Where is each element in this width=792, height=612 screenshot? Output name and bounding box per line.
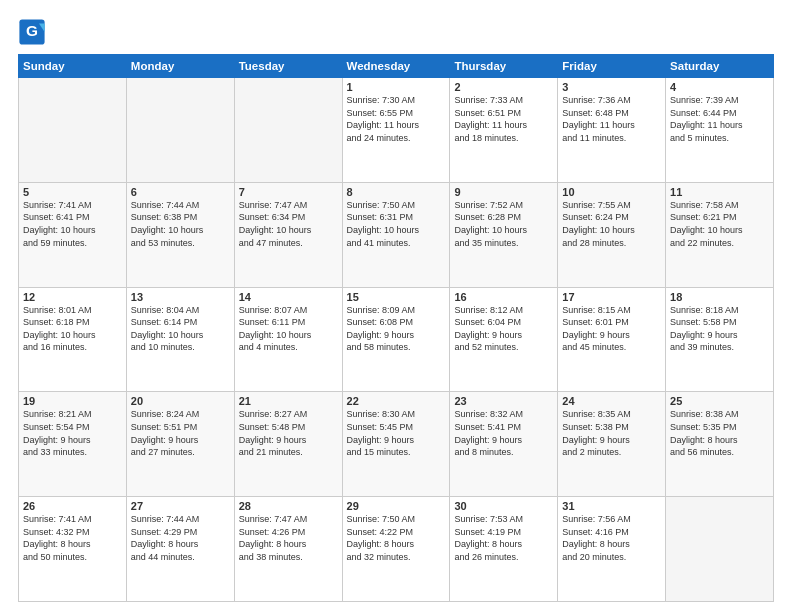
calendar-cell: 1Sunrise: 7:30 AM Sunset: 6:55 PM Daylig… [342,78,450,183]
day-number: 24 [562,395,661,407]
cell-details: Sunrise: 8:38 AM Sunset: 5:35 PM Dayligh… [670,408,769,458]
calendar-cell: 2Sunrise: 7:33 AM Sunset: 6:51 PM Daylig… [450,78,558,183]
cell-details: Sunrise: 8:07 AM Sunset: 6:11 PM Dayligh… [239,304,338,354]
calendar-cell: 17Sunrise: 8:15 AM Sunset: 6:01 PM Dayli… [558,287,666,392]
cell-details: Sunrise: 8:27 AM Sunset: 5:48 PM Dayligh… [239,408,338,458]
week-row-3: 19Sunrise: 8:21 AM Sunset: 5:54 PM Dayli… [19,392,774,497]
calendar-cell: 3Sunrise: 7:36 AM Sunset: 6:48 PM Daylig… [558,78,666,183]
cell-details: Sunrise: 7:41 AM Sunset: 4:32 PM Dayligh… [23,513,122,563]
calendar-cell: 9Sunrise: 7:52 AM Sunset: 6:28 PM Daylig… [450,182,558,287]
day-number: 19 [23,395,122,407]
week-row-0: 1Sunrise: 7:30 AM Sunset: 6:55 PM Daylig… [19,78,774,183]
calendar-cell [666,497,774,602]
col-header-sunday: Sunday [19,55,127,78]
cell-details: Sunrise: 8:32 AM Sunset: 5:41 PM Dayligh… [454,408,553,458]
cell-details: Sunrise: 7:30 AM Sunset: 6:55 PM Dayligh… [347,94,446,144]
day-number: 9 [454,186,553,198]
logo: G [18,18,50,46]
cell-details: Sunrise: 7:47 AM Sunset: 4:26 PM Dayligh… [239,513,338,563]
cell-details: Sunrise: 8:12 AM Sunset: 6:04 PM Dayligh… [454,304,553,354]
calendar-cell: 7Sunrise: 7:47 AM Sunset: 6:34 PM Daylig… [234,182,342,287]
cell-details: Sunrise: 7:44 AM Sunset: 4:29 PM Dayligh… [131,513,230,563]
col-header-wednesday: Wednesday [342,55,450,78]
calendar-cell: 31Sunrise: 7:56 AM Sunset: 4:16 PM Dayli… [558,497,666,602]
calendar-cell: 26Sunrise: 7:41 AM Sunset: 4:32 PM Dayli… [19,497,127,602]
cell-details: Sunrise: 7:39 AM Sunset: 6:44 PM Dayligh… [670,94,769,144]
calendar-cell: 25Sunrise: 8:38 AM Sunset: 5:35 PM Dayli… [666,392,774,497]
cell-details: Sunrise: 7:52 AM Sunset: 6:28 PM Dayligh… [454,199,553,249]
day-number: 26 [23,500,122,512]
day-number: 29 [347,500,446,512]
cell-details: Sunrise: 7:55 AM Sunset: 6:24 PM Dayligh… [562,199,661,249]
cell-details: Sunrise: 7:50 AM Sunset: 4:22 PM Dayligh… [347,513,446,563]
calendar-table: SundayMondayTuesdayWednesdayThursdayFrid… [18,54,774,602]
col-header-tuesday: Tuesday [234,55,342,78]
header: G [18,18,774,46]
week-row-4: 26Sunrise: 7:41 AM Sunset: 4:32 PM Dayli… [19,497,774,602]
logo-icon: G [18,18,46,46]
day-number: 6 [131,186,230,198]
calendar-cell: 21Sunrise: 8:27 AM Sunset: 5:48 PM Dayli… [234,392,342,497]
day-number: 21 [239,395,338,407]
cell-details: Sunrise: 8:24 AM Sunset: 5:51 PM Dayligh… [131,408,230,458]
day-number: 10 [562,186,661,198]
day-number: 20 [131,395,230,407]
day-number: 11 [670,186,769,198]
calendar-cell: 15Sunrise: 8:09 AM Sunset: 6:08 PM Dayli… [342,287,450,392]
day-number: 16 [454,291,553,303]
day-number: 8 [347,186,446,198]
svg-text:G: G [26,22,38,39]
cell-details: Sunrise: 8:30 AM Sunset: 5:45 PM Dayligh… [347,408,446,458]
day-number: 4 [670,81,769,93]
cell-details: Sunrise: 7:33 AM Sunset: 6:51 PM Dayligh… [454,94,553,144]
calendar-cell: 10Sunrise: 7:55 AM Sunset: 6:24 PM Dayli… [558,182,666,287]
calendar-cell [19,78,127,183]
calendar-cell: 18Sunrise: 8:18 AM Sunset: 5:58 PM Dayli… [666,287,774,392]
week-row-1: 5Sunrise: 7:41 AM Sunset: 6:41 PM Daylig… [19,182,774,287]
col-header-monday: Monday [126,55,234,78]
cell-details: Sunrise: 7:56 AM Sunset: 4:16 PM Dayligh… [562,513,661,563]
calendar-cell: 5Sunrise: 7:41 AM Sunset: 6:41 PM Daylig… [19,182,127,287]
calendar-cell: 20Sunrise: 8:24 AM Sunset: 5:51 PM Dayli… [126,392,234,497]
calendar-cell: 4Sunrise: 7:39 AM Sunset: 6:44 PM Daylig… [666,78,774,183]
cell-details: Sunrise: 7:41 AM Sunset: 6:41 PM Dayligh… [23,199,122,249]
day-number: 12 [23,291,122,303]
day-number: 2 [454,81,553,93]
calendar-cell: 8Sunrise: 7:50 AM Sunset: 6:31 PM Daylig… [342,182,450,287]
calendar-cell: 6Sunrise: 7:44 AM Sunset: 6:38 PM Daylig… [126,182,234,287]
calendar-cell: 30Sunrise: 7:53 AM Sunset: 4:19 PM Dayli… [450,497,558,602]
calendar-cell: 29Sunrise: 7:50 AM Sunset: 4:22 PM Dayli… [342,497,450,602]
col-header-thursday: Thursday [450,55,558,78]
cell-details: Sunrise: 8:18 AM Sunset: 5:58 PM Dayligh… [670,304,769,354]
calendar-cell: 22Sunrise: 8:30 AM Sunset: 5:45 PM Dayli… [342,392,450,497]
calendar-cell: 28Sunrise: 7:47 AM Sunset: 4:26 PM Dayli… [234,497,342,602]
day-number: 27 [131,500,230,512]
day-number: 30 [454,500,553,512]
cell-details: Sunrise: 7:47 AM Sunset: 6:34 PM Dayligh… [239,199,338,249]
calendar-cell: 24Sunrise: 8:35 AM Sunset: 5:38 PM Dayli… [558,392,666,497]
day-number: 17 [562,291,661,303]
cell-details: Sunrise: 8:04 AM Sunset: 6:14 PM Dayligh… [131,304,230,354]
calendar-cell: 19Sunrise: 8:21 AM Sunset: 5:54 PM Dayli… [19,392,127,497]
day-number: 3 [562,81,661,93]
col-header-saturday: Saturday [666,55,774,78]
calendar-cell: 23Sunrise: 8:32 AM Sunset: 5:41 PM Dayli… [450,392,558,497]
day-number: 31 [562,500,661,512]
cell-details: Sunrise: 7:58 AM Sunset: 6:21 PM Dayligh… [670,199,769,249]
day-number: 28 [239,500,338,512]
calendar-header-row: SundayMondayTuesdayWednesdayThursdayFrid… [19,55,774,78]
cell-details: Sunrise: 8:35 AM Sunset: 5:38 PM Dayligh… [562,408,661,458]
cell-details: Sunrise: 7:50 AM Sunset: 6:31 PM Dayligh… [347,199,446,249]
calendar-cell [126,78,234,183]
day-number: 7 [239,186,338,198]
calendar-cell: 16Sunrise: 8:12 AM Sunset: 6:04 PM Dayli… [450,287,558,392]
calendar-cell: 27Sunrise: 7:44 AM Sunset: 4:29 PM Dayli… [126,497,234,602]
calendar-cell: 12Sunrise: 8:01 AM Sunset: 6:18 PM Dayli… [19,287,127,392]
day-number: 14 [239,291,338,303]
cell-details: Sunrise: 8:01 AM Sunset: 6:18 PM Dayligh… [23,304,122,354]
calendar-cell: 14Sunrise: 8:07 AM Sunset: 6:11 PM Dayli… [234,287,342,392]
calendar-cell [234,78,342,183]
week-row-2: 12Sunrise: 8:01 AM Sunset: 6:18 PM Dayli… [19,287,774,392]
day-number: 1 [347,81,446,93]
cell-details: Sunrise: 8:09 AM Sunset: 6:08 PM Dayligh… [347,304,446,354]
